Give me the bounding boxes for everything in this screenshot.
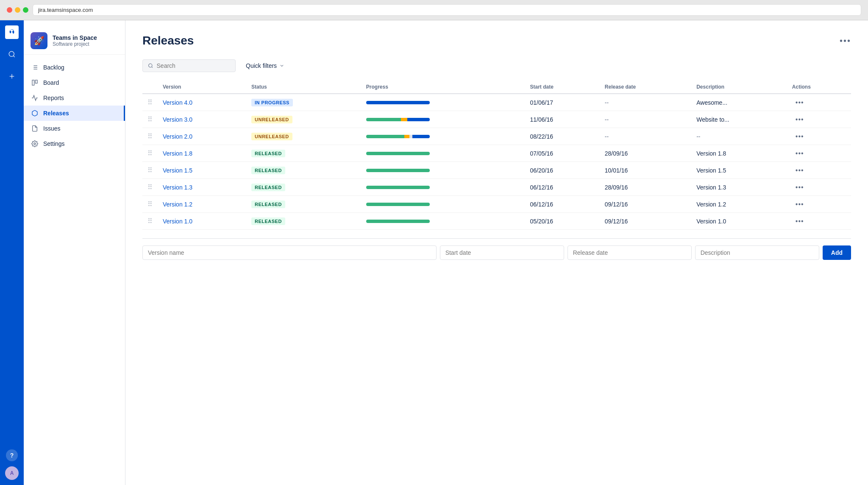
start-date-cell: 06/12/16: [525, 196, 599, 213]
release-date-cell: 28/09/16: [600, 145, 691, 162]
version-name-input[interactable]: [142, 245, 437, 260]
sidebar-item-backlog[interactable]: Backlog: [24, 60, 125, 75]
actions-cell[interactable]: •••: [787, 179, 851, 196]
drag-handle[interactable]: ⠿: [142, 179, 158, 196]
drag-handle[interactable]: ⠿: [142, 145, 158, 162]
version-cell[interactable]: Version 2.0: [158, 128, 246, 145]
drag-icon[interactable]: ⠿: [147, 184, 153, 191]
actions-button[interactable]: •••: [792, 97, 807, 108]
drag-handle[interactable]: ⠿: [142, 94, 158, 111]
col-drag: [142, 81, 158, 94]
actions-button[interactable]: •••: [792, 131, 807, 142]
board-icon: [31, 78, 39, 87]
drag-icon[interactable]: ⠿: [147, 99, 153, 106]
quick-filters-label: Quick filters: [246, 62, 277, 69]
jira-logo[interactable]: [5, 25, 19, 39]
release-date-cell: --: [600, 94, 691, 111]
help-icon[interactable]: ?: [6, 449, 18, 461]
add-version-row: Add: [142, 238, 851, 260]
sidebar-item-reports[interactable]: Reports: [24, 90, 125, 106]
version-cell[interactable]: Version 1.0: [158, 213, 246, 230]
actions-cell[interactable]: •••: [787, 213, 851, 230]
release-date-cell: --: [600, 111, 691, 128]
drag-icon[interactable]: ⠿: [147, 217, 153, 225]
version-cell[interactable]: Version 1.3: [158, 179, 246, 196]
version-cell[interactable]: Version 1.2: [158, 196, 246, 213]
sidebar-item-settings[interactable]: Settings: [24, 136, 125, 151]
description-cell: Version 1.8: [691, 145, 787, 162]
actions-cell[interactable]: •••: [787, 196, 851, 213]
progress-cell: [361, 179, 525, 196]
actions-button[interactable]: •••: [792, 216, 807, 226]
drag-icon[interactable]: ⠿: [147, 116, 153, 123]
add-button[interactable]: Add: [823, 245, 851, 260]
release-date-cell: 09/12/16: [600, 213, 691, 230]
drag-handle[interactable]: ⠿: [142, 128, 158, 145]
drag-handle[interactable]: ⠿: [142, 213, 158, 230]
status-cell: RELEASED: [246, 213, 361, 230]
issues-icon: [31, 124, 39, 133]
release-date-input[interactable]: [568, 245, 692, 260]
drag-handle[interactable]: ⠿: [142, 162, 158, 179]
table-row: ⠿Version 1.5RELEASED06/20/1610/01/16Vers…: [142, 162, 851, 179]
version-cell[interactable]: Version 4.0: [158, 94, 246, 111]
dot-yellow[interactable]: [15, 7, 20, 13]
progress-bar: [366, 101, 430, 104]
table-header-row: Version Status Progress Start date Relea…: [142, 81, 851, 94]
drag-icon[interactable]: ⠿: [147, 133, 153, 140]
drag-icon[interactable]: ⠿: [147, 150, 153, 157]
more-options-button[interactable]: •••: [840, 36, 851, 46]
avatar[interactable]: A: [5, 466, 19, 480]
actions-cell[interactable]: •••: [787, 94, 851, 111]
start-date-input[interactable]: [440, 245, 564, 260]
svg-point-13: [149, 64, 152, 67]
actions-button[interactable]: •••: [792, 165, 807, 176]
search-input[interactable]: [157, 62, 230, 69]
col-status: Status: [246, 81, 361, 94]
dot-red[interactable]: [7, 7, 12, 13]
version-cell[interactable]: Version 3.0: [158, 111, 246, 128]
main-content: Releases ••• Quick filters Version Statu…: [125, 20, 868, 485]
col-progress: Progress: [361, 81, 525, 94]
far-left-nav: ? A: [0, 20, 24, 485]
status-badge: RELEASED: [251, 167, 285, 174]
actions-button[interactable]: •••: [792, 199, 807, 209]
sidebar-item-issues[interactable]: Issues: [24, 121, 125, 136]
drag-icon[interactable]: ⠿: [147, 201, 153, 208]
create-icon[interactable]: [5, 70, 19, 83]
progress-cell: [361, 196, 525, 213]
actions-button[interactable]: •••: [792, 182, 807, 192]
sidebar-label-releases: Releases: [43, 110, 69, 117]
drag-handle[interactable]: ⠿: [142, 196, 158, 213]
progress-bar: [366, 135, 430, 138]
quick-filters-button[interactable]: Quick filters: [241, 60, 289, 72]
search-box[interactable]: [142, 59, 236, 72]
progress-cell: [361, 94, 525, 111]
description-input[interactable]: [695, 245, 819, 260]
actions-button[interactable]: •••: [792, 114, 807, 125]
sidebar-item-board[interactable]: Board: [24, 75, 125, 90]
version-cell[interactable]: Version 1.8: [158, 145, 246, 162]
status-badge: UNRELEASED: [251, 133, 292, 140]
actions-cell[interactable]: •••: [787, 162, 851, 179]
actions-button[interactable]: •••: [792, 148, 807, 159]
actions-cell[interactable]: •••: [787, 145, 851, 162]
description-cell: Version 1.5: [691, 162, 787, 179]
drag-icon[interactable]: ⠿: [147, 167, 153, 174]
global-search-icon[interactable]: [5, 47, 19, 61]
description-cell: --: [691, 128, 787, 145]
actions-cell[interactable]: •••: [787, 128, 851, 145]
actions-cell[interactable]: •••: [787, 111, 851, 128]
sidebar: 🚀 Teams in Space Software project Backlo…: [24, 20, 125, 485]
dot-green[interactable]: [23, 7, 28, 13]
browser-url[interactable]: jira.teamsinspace.com: [33, 4, 861, 16]
description-cell: Awesome...: [691, 94, 787, 111]
table-row: ⠿Version 1.3RELEASED06/12/1628/09/16Vers…: [142, 179, 851, 196]
sidebar-item-releases[interactable]: Releases: [24, 106, 125, 121]
col-version: Version: [158, 81, 246, 94]
drag-handle[interactable]: ⠿: [142, 111, 158, 128]
project-header[interactable]: 🚀 Teams in Space Software project: [24, 27, 125, 55]
version-cell[interactable]: Version 1.5: [158, 162, 246, 179]
description-cell: Version 1.3: [691, 179, 787, 196]
project-name: Teams in Space: [53, 34, 97, 41]
